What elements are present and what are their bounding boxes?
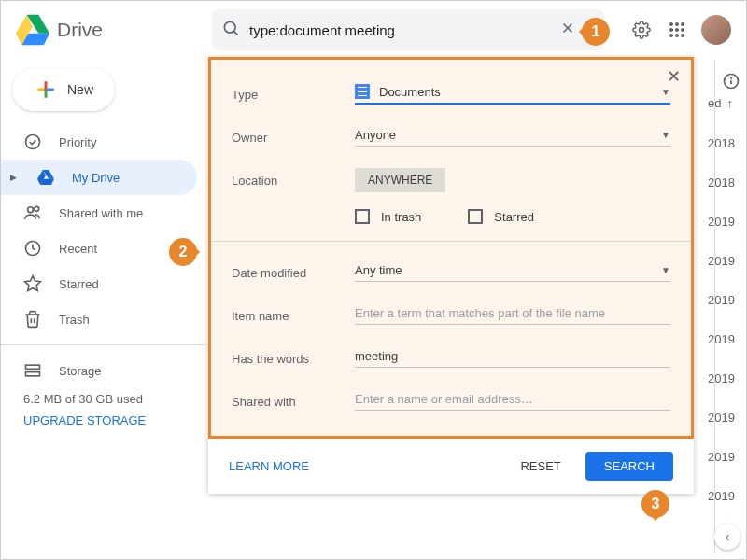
date-value: Any time	[355, 263, 402, 277]
app-name: Drive	[57, 19, 103, 41]
svg-point-7	[681, 22, 684, 26]
tutorial-callout-3: 3	[641, 490, 669, 518]
divider	[1, 344, 206, 345]
learn-more-link[interactable]: LEARN MORE	[229, 459, 309, 473]
sidebar-item-starred[interactable]: Starred	[1, 266, 197, 301]
expand-icon[interactable]: ▶	[10, 173, 18, 182]
svg-point-5	[669, 22, 673, 26]
svg-point-0	[224, 21, 235, 33]
shared-with-input[interactable]	[355, 392, 670, 406]
search-input[interactable]	[249, 22, 556, 38]
in-trash-label: In trash	[381, 210, 421, 224]
search-bar[interactable]: ▾	[212, 9, 604, 50]
collapse-side-panel-icon[interactable]: ‹	[714, 524, 740, 550]
document-icon	[355, 84, 370, 99]
svg-point-12	[675, 34, 679, 37]
location-chip[interactable]: ANYWHERE	[355, 168, 445, 192]
svg-point-15	[28, 207, 34, 213]
has-words-input[interactable]	[355, 349, 670, 363]
apps-grid-icon[interactable]	[666, 19, 688, 41]
storage-icon	[23, 361, 42, 380]
in-trash-checkbox[interactable]: In trash	[355, 209, 421, 224]
header-actions	[630, 15, 731, 45]
svg-point-16	[35, 206, 39, 211]
tutorial-callout-2: 2	[169, 238, 197, 266]
settings-gear-icon[interactable]	[630, 19, 653, 41]
sidebar-item-label: Starred	[59, 277, 99, 291]
logo-area[interactable]: Drive	[16, 13, 212, 47]
svg-line-1	[233, 31, 237, 35]
svg-point-14	[26, 135, 40, 149]
sidebar-item-label: My Drive	[72, 171, 120, 185]
sidebar-item-label: Priority	[59, 135, 96, 149]
item-name-input[interactable]	[355, 306, 670, 320]
svg-point-4	[640, 28, 644, 33]
svg-point-25	[730, 77, 731, 78]
chevron-down-icon: ▼	[661, 265, 670, 275]
info-icon[interactable]	[720, 70, 742, 92]
upgrade-storage-link[interactable]: UPGRADE STORAGE	[1, 406, 206, 427]
svg-point-8	[669, 28, 673, 32]
type-label: Type	[232, 88, 355, 102]
sidebar-item-shared[interactable]: Shared with me	[1, 195, 197, 231]
svg-point-10	[681, 28, 684, 32]
date-dropdown[interactable]: Any time ▼	[355, 263, 670, 282]
svg-point-11	[669, 34, 673, 37]
sidebar-item-storage[interactable]: Storage	[1, 353, 206, 388]
checkbox-icon	[355, 209, 370, 224]
item-name-label: Item name	[232, 309, 355, 323]
new-button[interactable]: New	[12, 68, 115, 111]
sidebar-item-priority[interactable]: Priority	[1, 124, 197, 160]
date-label: Date modified	[232, 266, 355, 280]
owner-dropdown[interactable]: Anyone ▼	[355, 128, 670, 147]
plus-icon	[34, 77, 58, 102]
tutorial-callout-1: 1	[582, 18, 610, 46]
reset-button[interactable]: RESET	[505, 452, 575, 481]
sidebar-item-trash[interactable]: Trash	[1, 301, 197, 337]
panel-footer: LEARN MORE RESET SEARCH	[208, 439, 694, 494]
user-avatar[interactable]	[701, 15, 731, 45]
type-dropdown[interactable]: Documents ▼	[355, 84, 670, 105]
svg-point-9	[675, 28, 679, 32]
search-icon	[221, 19, 240, 41]
svg-point-13	[681, 34, 684, 37]
checkbox-icon	[468, 209, 483, 224]
trash-icon	[23, 310, 42, 329]
sidebar-item-label: Trash	[59, 313, 90, 327]
svg-marker-18	[25, 276, 41, 291]
advanced-search-panel: ✕ Type Documents ▼ Owner Anyone ▼ Locati…	[208, 57, 694, 494]
sidebar-item-label: Recent	[59, 242, 97, 256]
has-words-label: Has the words	[232, 352, 355, 366]
sidebar-item-my-drive[interactable]: ▶ My Drive	[1, 160, 197, 195]
chevron-down-icon: ▼	[661, 130, 670, 140]
starred-checkbox[interactable]: Starred	[468, 209, 534, 224]
svg-rect-20	[26, 372, 40, 376]
separator	[211, 241, 691, 242]
sidebar: New Priority ▶ My Drive Shared with me R…	[1, 59, 206, 560]
right-side-rail	[714, 59, 746, 553]
starred-label: Starred	[494, 210, 534, 224]
drive-icon	[36, 168, 55, 187]
svg-point-6	[675, 22, 679, 26]
type-value: Documents	[379, 85, 441, 99]
owner-value: Anyone	[355, 128, 396, 142]
storage-usage: 6.2 MB of 30 GB used	[1, 388, 206, 406]
sidebar-item-label: Shared with me	[59, 206, 143, 220]
svg-rect-19	[26, 365, 40, 369]
app-header: Drive ▾	[1, 1, 746, 59]
storage-label: Storage	[59, 364, 102, 378]
star-icon	[23, 274, 42, 293]
chevron-down-icon: ▼	[661, 87, 670, 97]
shared-with-label: Shared with	[232, 395, 355, 409]
shared-icon	[23, 203, 42, 222]
location-label: Location	[232, 174, 355, 188]
sidebar-item-recent[interactable]: Recent	[1, 231, 197, 266]
search-button[interactable]: SEARCH	[585, 452, 673, 481]
priority-icon	[23, 133, 42, 151]
drive-logo-icon	[16, 13, 49, 47]
owner-label: Owner	[232, 131, 355, 145]
new-button-label: New	[67, 82, 93, 97]
clock-icon	[23, 239, 42, 258]
